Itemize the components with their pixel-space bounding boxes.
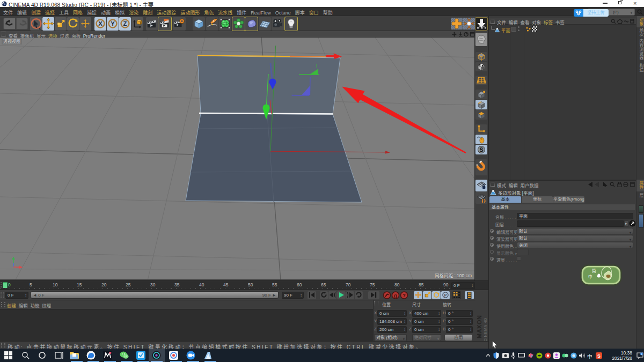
svg-text:1: 1 <box>641 352 642 356</box>
svg-text:Z: Z <box>123 20 127 27</box>
svg-text:Y: Y <box>111 20 115 27</box>
svg-text:MAXON: MAXON <box>476 315 482 338</box>
svg-text:P: P <box>444 293 447 298</box>
svg-text:中: 中 <box>588 274 592 279</box>
svg-text:S: S <box>597 353 601 359</box>
svg-text:?: ? <box>402 293 405 298</box>
svg-text:X: X <box>98 20 103 27</box>
svg-text:简: 简 <box>592 268 596 274</box>
svg-text:S: S <box>479 146 483 153</box>
svg-text:CINEMA 4D: CINEMA 4D <box>484 317 487 342</box>
svg-text:(): () <box>394 293 397 298</box>
